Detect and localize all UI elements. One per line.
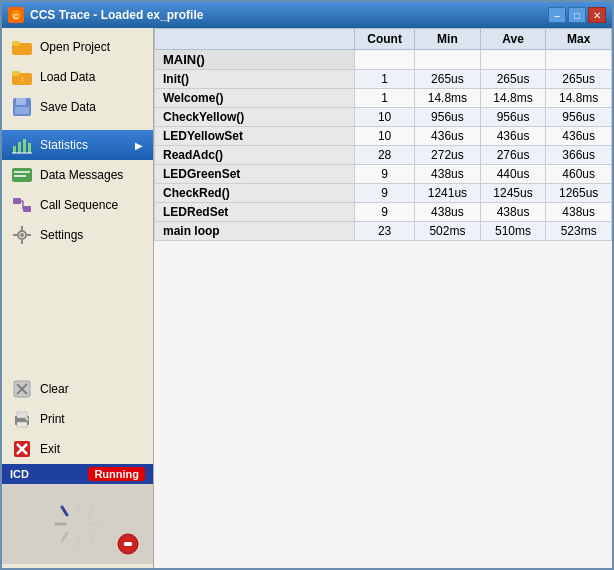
col-header-ave: Ave — [480, 29, 546, 50]
table-cell-max: 438us — [546, 203, 612, 222]
sidebar-item-data-messages[interactable]: Data Messages — [2, 160, 153, 190]
active-arrow: ▶ — [135, 140, 143, 151]
svg-rect-47 — [124, 542, 132, 546]
sidebar-item-load-data[interactable]: ↑ Load Data — [2, 62, 153, 92]
table-cell-ave: 276us — [480, 146, 546, 165]
table-cell-count: 9 — [355, 165, 415, 184]
table-cell-ave: 436us — [480, 127, 546, 146]
main-window: C CCS Trace - Loaded ex_profile – □ ✕ — [0, 0, 614, 570]
table-cell-count: 28 — [355, 146, 415, 165]
titlebar: C CCS Trace - Loaded ex_profile – □ ✕ — [2, 2, 612, 28]
stats-icon — [12, 135, 32, 155]
sidebar-item-label: Load Data — [40, 70, 95, 84]
loading-spinner — [51, 497, 105, 551]
sidebar-item-clear[interactable]: Clear — [2, 374, 153, 404]
table-cell-min: 438us — [415, 165, 481, 184]
col-header-count: Count — [355, 29, 415, 50]
table-cell-min: 1241us — [415, 184, 481, 203]
table-header-row: Count Min Ave Max — [155, 29, 612, 50]
table-cell-max: 523ms — [546, 222, 612, 241]
sidebar-item-print[interactable]: Print — [2, 404, 153, 434]
table-row: Init()1265us265us265us — [155, 70, 612, 89]
sidebar-item-open-project[interactable]: Open Project — [2, 32, 153, 62]
svg-rect-8 — [16, 98, 26, 105]
save-disk-icon — [12, 97, 32, 117]
sidebar-item-call-sequence[interactable]: Call Sequence — [2, 190, 153, 220]
svg-rect-18 — [13, 198, 21, 204]
table-cell-max: 1265us — [546, 184, 612, 203]
table-cell-min: 956us — [415, 108, 481, 127]
table-row: CheckYellow()10956us956us956us — [155, 108, 612, 127]
window-title: CCS Trace - Loaded ex_profile — [30, 8, 203, 22]
table-cell-max: 460us — [546, 165, 612, 184]
svg-rect-19 — [23, 206, 31, 212]
sidebar-item-label: Save Data — [40, 100, 96, 114]
sidebar-divider — [2, 122, 153, 130]
table-cell-name: CheckYellow() — [155, 108, 355, 127]
icd-status-bar: ICD Running — [2, 464, 153, 484]
table-row: Welcome()114.8ms14.8ms14.8ms — [155, 89, 612, 108]
table-row: ReadAdc()28272us276us366us — [155, 146, 612, 165]
error-icon — [117, 533, 139, 558]
settings-icon — [12, 225, 32, 245]
folder-icon — [12, 37, 32, 57]
messages-icon — [12, 165, 32, 185]
table-cell-max — [546, 50, 612, 70]
table-cell-name: main loop — [155, 222, 355, 241]
svg-rect-10 — [13, 146, 16, 153]
svg-text:↑: ↑ — [20, 75, 24, 84]
table-cell-name: ReadAdc() — [155, 146, 355, 165]
sidebar-item-label: Statistics — [40, 138, 88, 152]
table-row: LEDYellowSet10436us436us436us — [155, 127, 612, 146]
table-cell-min — [415, 50, 481, 70]
table-cell-name: LEDGreenSet — [155, 165, 355, 184]
sidebar-item-save-data[interactable]: Save Data — [2, 92, 153, 122]
print-icon — [12, 409, 32, 429]
sidebar-item-label: Exit — [40, 442, 60, 456]
sidebar-item-settings[interactable]: Settings — [2, 220, 153, 250]
table-row: main loop23502ms510ms523ms — [155, 222, 612, 241]
svg-rect-15 — [12, 168, 32, 182]
table-cell-max: 14.8ms — [546, 89, 612, 108]
table-row: LEDGreenSet9438us440us460us — [155, 165, 612, 184]
icd-label: ICD — [10, 468, 29, 480]
sidebar-item-exit[interactable]: Exit — [2, 434, 153, 464]
table-row: LEDRedSet9438us438us438us — [155, 203, 612, 222]
table-cell-min: 502ms — [415, 222, 481, 241]
col-header-max: Max — [546, 29, 612, 50]
svg-rect-12 — [23, 139, 26, 153]
table-cell-name: CheckRed() — [155, 184, 355, 203]
table-row: CheckRed()91241us1245us1265us — [155, 184, 612, 203]
sidebar-item-label: Open Project — [40, 40, 110, 54]
table-cell-name: LEDYellowSet — [155, 127, 355, 146]
close-button[interactable]: ✕ — [588, 7, 606, 23]
right-panel: Count Min Ave Max MAIN()Init()1265us265u… — [154, 28, 612, 568]
svg-rect-3 — [12, 41, 20, 46]
table-cell-ave: 438us — [480, 203, 546, 222]
svg-rect-33 — [17, 422, 27, 427]
table-cell-name: LEDRedSet — [155, 203, 355, 222]
running-badge: Running — [88, 467, 145, 481]
sidebar-item-label: Settings — [40, 228, 83, 242]
table-cell-name: Init() — [155, 70, 355, 89]
sidebar-item-statistics[interactable]: Statistics ▶ — [2, 130, 153, 160]
spinner-area — [2, 484, 153, 564]
table-cell-min: 436us — [415, 127, 481, 146]
sidebar-item-label: Clear — [40, 382, 69, 396]
exit-icon — [12, 439, 32, 459]
table-cell-max: 436us — [546, 127, 612, 146]
table-cell-ave: 14.8ms — [480, 89, 546, 108]
table-cell-ave: 956us — [480, 108, 546, 127]
maximize-button[interactable]: □ — [568, 7, 586, 23]
minimize-button[interactable]: – — [548, 7, 566, 23]
table-cell-count — [355, 50, 415, 70]
table-cell-count: 23 — [355, 222, 415, 241]
table-cell-count: 1 — [355, 89, 415, 108]
table-cell-max: 366us — [546, 146, 612, 165]
col-header-name — [155, 29, 355, 50]
table-cell-count: 9 — [355, 203, 415, 222]
col-header-min: Min — [415, 29, 481, 50]
table-cell-ave — [480, 50, 546, 70]
sidebar-item-label: Print — [40, 412, 65, 426]
svg-rect-5 — [12, 71, 20, 76]
